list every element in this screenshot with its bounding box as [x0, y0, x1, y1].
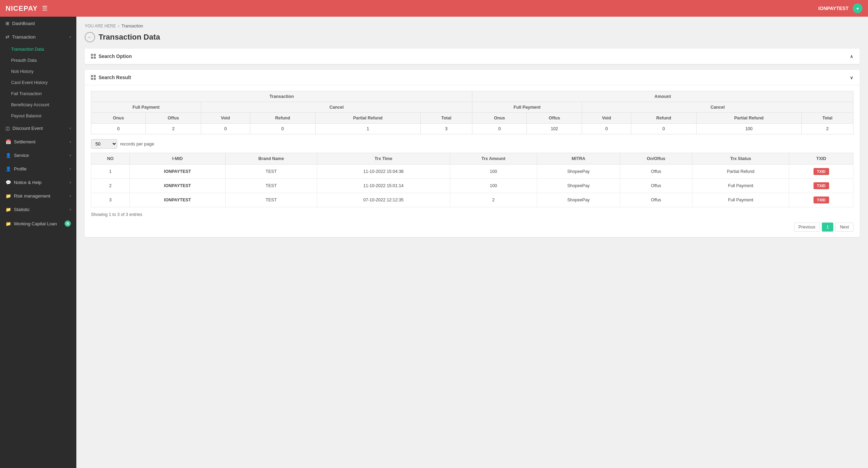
sidebar-item-working-capital-loan[interactable]: 📁 Working Capital Loan N [0, 216, 76, 231]
chevron-service-icon: ‹ [70, 153, 71, 157]
cell-txid[interactable]: TXID [789, 179, 853, 193]
sidebar-sub-payout-balance[interactable]: Payout Balance [0, 110, 76, 122]
cell-imid[interactable]: IONPAYTEST [129, 179, 225, 193]
records-per-page-select[interactable]: 10 25 50 100 [91, 139, 117, 149]
cell-on-offus: Offus [620, 179, 692, 193]
sidebar-service-label: Service [14, 153, 29, 158]
amt-onus-col: Onus [472, 113, 526, 124]
table-row: 1 IONPAYTEST TEST 11-10-2022 15:04:38 10… [91, 165, 853, 179]
trx-refund-val: 0 [250, 124, 315, 134]
amt-void-val: 0 [582, 124, 631, 134]
cell-trx-status: Full Payment [692, 193, 789, 207]
sidebar-sub-preauth-data[interactable]: Preauth Data [0, 55, 76, 66]
chevron-discount-icon: ‹ [70, 126, 71, 130]
trx-offus-val: 2 [146, 124, 201, 134]
previous-button[interactable]: Previous [794, 223, 820, 232]
txid-button[interactable]: TXID [814, 197, 829, 203]
sidebar-item-dashboard[interactable]: ⊞ DashBoard [0, 17, 76, 30]
sidebar-item-service[interactable]: 👤 Service ‹ [0, 149, 76, 162]
sidebar-sub-fail-transaction[interactable]: Fail Transaction [0, 88, 76, 99]
col-no: NO [91, 153, 130, 165]
cell-no: 3 [91, 193, 130, 207]
sidebar-sub-noti-history[interactable]: Noti History [0, 66, 76, 77]
trx-void-col: Void [201, 113, 250, 124]
sidebar-item-discount-event[interactable]: ◫ Discount Event ‹ [0, 122, 76, 135]
next-button[interactable]: Next [835, 223, 853, 232]
amt-total-val: 2 [801, 124, 853, 134]
service-icon: 👤 [6, 153, 11, 158]
search-result-header[interactable]: Search Result ∨ [85, 70, 860, 85]
cell-imid[interactable]: IONPAYTEST [129, 165, 225, 179]
amt-refund-val: 0 [631, 124, 696, 134]
back-button[interactable]: ← [85, 32, 95, 42]
col-trx-status: Trx Status [692, 153, 789, 165]
page-1-button[interactable]: 1 [822, 223, 833, 232]
search-option-card: Search Option ∧ [85, 49, 860, 64]
amt-offus-col: Offus [527, 113, 582, 124]
cell-mitra: ShopeePay [537, 179, 620, 193]
search-result-card: Search Result ∨ Transaction Amount Full … [85, 70, 860, 237]
col-brand-name: Brand Name [225, 153, 317, 165]
wcl-badge: N [65, 220, 71, 227]
trx-full-payment-header: Full Payment [91, 102, 201, 113]
page-title-row: ← Transaction Data [85, 32, 860, 42]
breadcrumb-you-are-here: YOU ARE HERE [85, 24, 116, 28]
search-result-grid-icon [91, 75, 96, 80]
search-result-body: Transaction Amount Full Payment Cancel F… [85, 85, 860, 237]
search-result-label: Search Result [99, 75, 131, 80]
discount-icon: ◫ [6, 126, 10, 131]
cell-no: 2 [91, 179, 130, 193]
breadcrumb-current: Transaction [121, 24, 143, 28]
search-option-collapse-icon: ∧ [850, 54, 853, 59]
sidebar-item-statistic[interactable]: 📁 Statistic ‹ [0, 203, 76, 216]
sidebar-item-transaction[interactable]: ⇄ Transaction ‹ [0, 30, 76, 44]
txid-button[interactable]: TXID [814, 168, 829, 175]
transaction-header: Transaction [91, 91, 472, 102]
col-trx-time: Trx Time [317, 153, 450, 165]
chevron-settlement-icon: ‹ [70, 140, 71, 144]
sidebar-sub-beneficiary-account[interactable]: Beneficiary Account [0, 99, 76, 110]
hamburger-icon[interactable]: ☰ [42, 5, 48, 12]
txid-button[interactable]: TXID [814, 182, 829, 189]
cell-on-offus: Offus [620, 165, 692, 179]
sidebar-sub-card-event-history[interactable]: Card Event History [0, 77, 76, 88]
transaction-icon: ⇄ [6, 34, 9, 40]
sidebar-discount-label: Discount Event [12, 126, 43, 131]
breadcrumb-separator: › [118, 24, 119, 28]
sidebar-sub-transaction-data[interactable]: Transaction Data [0, 44, 76, 55]
chevron-statistic-icon: ‹ [70, 208, 71, 211]
risk-icon: 📁 [6, 193, 11, 199]
sidebar-item-risk-management[interactable]: 📁 Risk management ‹ [0, 189, 76, 203]
chevron-notice-icon: ‹ [70, 181, 71, 184]
notice-icon: 💬 [6, 180, 11, 185]
sidebar-transaction-label: Transaction [12, 34, 35, 40]
table-row: 2 IONPAYTEST TEST 11-10-2022 15:01:14 10… [91, 179, 853, 193]
cell-on-offus: Offus [620, 193, 692, 207]
cell-trx-amount: 100 [450, 179, 537, 193]
avatar: ● [853, 3, 862, 13]
trx-cancel-header: Cancel [201, 102, 472, 113]
pagination-row: Previous 1 Next [91, 223, 853, 232]
sidebar-item-profile[interactable]: 👤 Profile ‹ [0, 162, 76, 176]
cell-txid[interactable]: TXID [789, 165, 853, 179]
sidebar-item-settlement[interactable]: 📅 Settlement ‹ [0, 135, 76, 149]
breadcrumb: YOU ARE HERE › Transaction [85, 24, 860, 28]
trx-total-val: 3 [420, 124, 472, 134]
cell-txid[interactable]: TXID [789, 193, 853, 207]
sidebar-item-notice-help[interactable]: 💬 Notice & Help ‹ [0, 176, 76, 189]
trx-total-col: Total [420, 113, 472, 124]
sidebar-profile-label: Profile [14, 166, 27, 172]
cell-trx-time: 11-10-2022 15:01:14 [317, 179, 450, 193]
chevron-risk-icon: ‹ [70, 194, 71, 198]
search-option-header[interactable]: Search Option ∧ [85, 49, 860, 64]
search-option-grid-icon [91, 54, 96, 59]
trx-refund-col: Refund [250, 113, 315, 124]
amt-offus-val: 102 [527, 124, 582, 134]
sidebar-notice-label: Notice & Help [14, 180, 41, 185]
cell-imid[interactable]: IONPAYTEST [129, 193, 225, 207]
amt-partial-refund-col: Partial Refund [696, 113, 801, 124]
amt-void-col: Void [582, 113, 631, 124]
cell-mitra: ShopeePay [537, 193, 620, 207]
trx-onus-val: 0 [91, 124, 146, 134]
col-imid: I-MID [129, 153, 225, 165]
